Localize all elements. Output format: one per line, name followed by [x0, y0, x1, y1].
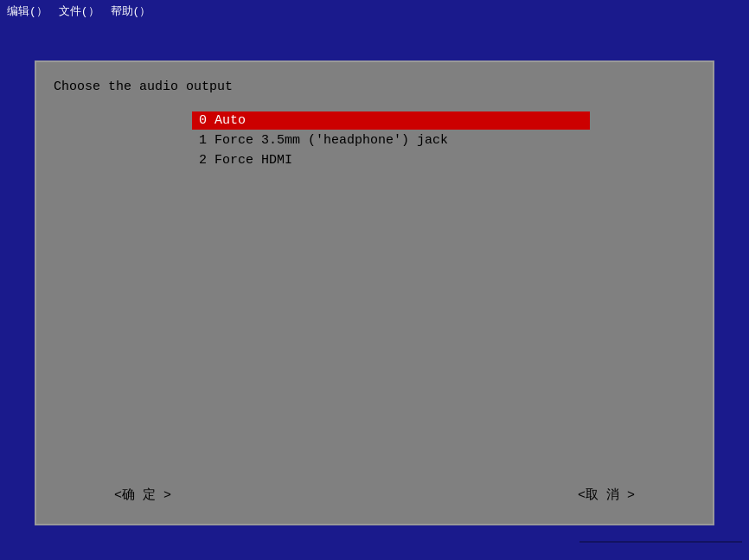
options-area: 0 Auto 1 Force 3.5mm ('headphone') jack … [54, 111, 695, 171]
top-bar-text: 编辑(） 文件(） 帮助(） [7, 3, 150, 19]
dialog-container: Choose the audio output 0 Auto 1 Force 3… [35, 60, 714, 525]
option-auto-label: 0 Auto [199, 113, 246, 128]
option-hdmi-label: 2 Force HDMI [199, 153, 292, 168]
cancel-button[interactable]: <取 消 > [569, 483, 643, 506]
option-headphone[interactable]: 1 Force 3.5mm ('headphone') jack [192, 131, 590, 150]
bottom-bar [0, 543, 749, 560]
confirm-button[interactable]: <确 定 > [106, 483, 180, 506]
dialog-title: Choose the audio output [54, 80, 695, 94]
option-headphone-label: 1 Force 3.5mm ('headphone') jack [199, 133, 448, 148]
option-auto[interactable]: 0 Auto [192, 111, 590, 130]
button-row: <确 定 > <取 消 > [54, 483, 695, 506]
top-bar: 编辑(） 文件(） 帮助(） [0, 0, 749, 22]
option-hdmi[interactable]: 2 Force HDMI [192, 151, 590, 169]
